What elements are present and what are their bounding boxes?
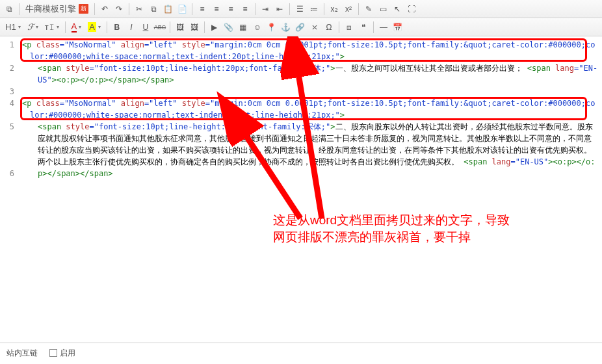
line-gutter: 1 2 3 4 5 6	[0, 36, 18, 179]
copy-icon[interactable]: ⧉	[147, 3, 160, 16]
outdent-icon[interactable]: ⇤	[273, 3, 286, 16]
code-line-4: <p class="MsoNormal" align="left" style=…	[22, 98, 598, 121]
font-size-dropdown[interactable]: т𝙸▾	[42, 21, 62, 34]
code-line-3	[22, 86, 598, 98]
toolbar-row-2: H1▾ ℱ▾ т𝙸▾ A▾ A▾ B I U ABC 🖼 🖼 ▶ 📎 ▦ ☺ 📍…	[0, 18, 602, 36]
clear-format-icon[interactable]: ✎	[362, 3, 375, 16]
underline-button[interactable]: U	[139, 21, 152, 34]
unlink-icon[interactable]: ⤫	[308, 21, 321, 34]
quote-icon[interactable]: ❝	[357, 21, 370, 34]
strike-button[interactable]: ABC	[153, 21, 166, 34]
code-content[interactable]: <p class="MsoNormal" align="left" style=…	[18, 36, 602, 343]
ordered-list-icon[interactable]: ☰	[293, 3, 306, 16]
toolbar-row-1: ⧉ 牛商模板引擎 新 ↶ ↷ ✂ ⧉ 📋 📄 ≡ ≡ ≡ ≡ ⇥ ⇤ ☰ ≔ x…	[0, 0, 602, 18]
image-icon[interactable]: 🖼	[174, 21, 187, 34]
paste-text-icon[interactable]: 📄	[176, 3, 189, 16]
heading-dropdown[interactable]: H1▾	[3, 21, 23, 34]
undo-icon[interactable]: ↶	[98, 3, 111, 16]
code-editor[interactable]: 1 2 3 4 5 6 <p class="MsoNormal" align="…	[0, 36, 602, 343]
redo-icon[interactable]: ↷	[112, 3, 125, 16]
date-icon[interactable]: 📅	[391, 21, 404, 34]
attachment-icon[interactable]: 📎	[222, 21, 235, 34]
unordered-list-icon[interactable]: ≔	[308, 3, 321, 16]
annotation-text: 这是从word文档里面拷贝过来的文字，导致 网页排版不漂亮的罪灰祸首，要干掉	[273, 212, 510, 246]
special-char-icon[interactable]: Ω	[322, 21, 335, 34]
align-justify-icon[interactable]: ≡	[239, 3, 252, 16]
bg-color-dropdown[interactable]: A▾	[85, 21, 103, 34]
code-line-6	[22, 179, 598, 191]
cut-icon[interactable]: ✂	[133, 3, 146, 16]
font-family-dropdown[interactable]: ℱ▾	[25, 21, 41, 34]
footer-bar: 站内互链 启用	[0, 343, 602, 363]
select-all-icon[interactable]: ▭	[376, 3, 389, 16]
code-icon[interactable]: ⧈	[343, 21, 356, 34]
align-right-icon[interactable]: ≡	[224, 3, 237, 16]
internal-link-label: 站内互链	[7, 348, 38, 359]
map-icon[interactable]: 📍	[265, 21, 278, 34]
video-icon[interactable]: ▶	[208, 21, 221, 34]
superscript-icon[interactable]: x²	[342, 3, 355, 16]
paste-icon[interactable]: 📋	[161, 3, 174, 16]
indent-icon[interactable]: ⇥	[259, 3, 272, 16]
hr-icon[interactable]: —	[377, 21, 390, 34]
subscript-icon[interactable]: x₂	[328, 3, 341, 16]
template-engine-button[interactable]: 牛商模板引擎 新	[23, 3, 91, 16]
bold-button[interactable]: B	[111, 21, 124, 34]
multi-image-icon[interactable]: 🖼	[188, 21, 201, 34]
fullscreen-icon[interactable]: ⛶	[405, 3, 418, 16]
cursor-icon[interactable]: ↖	[391, 3, 404, 16]
italic-button[interactable]: I	[125, 21, 138, 34]
new-badge: 新	[79, 4, 88, 14]
link-icon[interactable]: 🔗	[294, 21, 307, 34]
emoji-icon[interactable]: ☺	[251, 21, 264, 34]
code-line-5: <span style="font-size:10pt;line-height:…	[22, 121, 598, 179]
code-line-2: <span style="font-size:10pt;line-height:…	[22, 62, 598, 86]
html-icon[interactable]: ⧉	[3, 3, 16, 16]
anchor-icon[interactable]: ⚓	[280, 21, 293, 34]
font-color-dropdown[interactable]: A▾	[69, 21, 85, 34]
table-icon[interactable]: ▦	[237, 21, 250, 34]
align-left-icon[interactable]: ≡	[196, 3, 209, 16]
enable-checkbox[interactable]: 启用	[49, 348, 75, 359]
align-center-icon[interactable]: ≡	[210, 3, 223, 16]
template-engine-label: 牛商模板引擎	[25, 3, 76, 15]
code-line-1: <p class="MsoNormal" align="left" style=…	[22, 39, 598, 62]
